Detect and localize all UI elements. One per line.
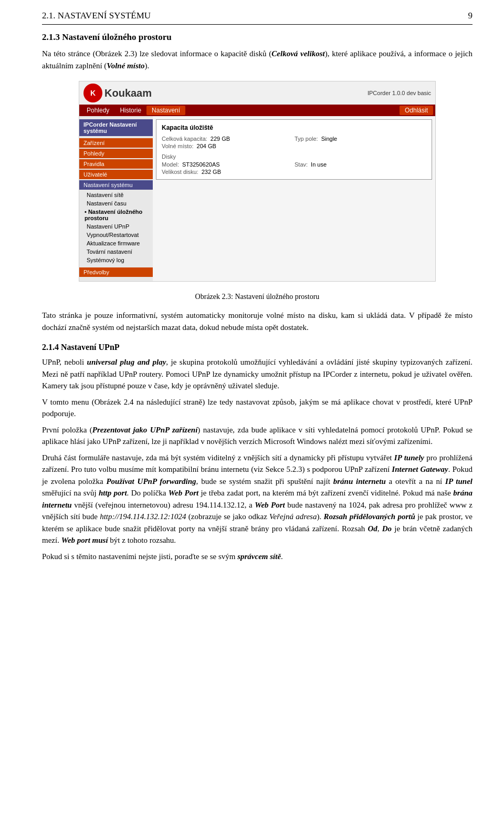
sidebar-uzivatele[interactable]: Uživatelé xyxy=(79,170,153,179)
disk-section: Disky Model: ST3250620AS Stav: In use xyxy=(162,153,426,175)
sidebar-main-title: IPCorder Nastavení systému xyxy=(79,119,153,136)
section-2-1-4-para1: UPnP, neboli universal plug and play, je… xyxy=(42,356,472,392)
app-logo: K Koukaam xyxy=(83,84,152,102)
disky-label: Disky xyxy=(162,153,426,160)
sidebar-pohledy[interactable]: Pohledy xyxy=(79,149,153,158)
sidebar-nastaveni-systemu[interactable]: Nastavení systému xyxy=(79,180,153,190)
sidebar-vypnout-restartovat[interactable]: Vypnout/Restartovat xyxy=(79,231,153,239)
logo-icon: K xyxy=(83,84,102,102)
disk-grid: Model: ST3250620AS Stav: In use Velikost… xyxy=(162,161,426,175)
sidebar-pravidla[interactable]: Pravidla xyxy=(79,159,153,169)
model-label: Model: xyxy=(162,161,179,168)
typ-value: Single xyxy=(321,136,338,142)
sidebar-zarizeni[interactable]: Zařízení xyxy=(79,138,153,148)
sidebar-nastaveni-uloziste[interactable]: Nastavení úložného prostoru xyxy=(79,208,153,222)
section-2-1-4-title: 2.1.4 Nastavení UPnP xyxy=(42,343,472,352)
app-navbar: Pohledy Historie Nastavení Odhlásit xyxy=(79,105,435,116)
logout-button[interactable]: Odhlásit xyxy=(400,106,433,115)
typ-label: Typ pole: xyxy=(295,136,318,142)
velikost-row: Velikost disku: 232 GB xyxy=(162,169,293,175)
sidebar-aktualizace-firmware[interactable]: Aktualizace firmware xyxy=(79,239,153,247)
logo-text: Koukaam xyxy=(104,87,152,99)
sidebar-systemovy-log[interactable]: Systémový log xyxy=(79,256,153,264)
section-2-1-3-title: 2.1.3 Nastavení úložného prostoru xyxy=(42,32,472,43)
figure-caption: Obrázek 2.3: Nastavení úložného prostoru xyxy=(42,291,472,302)
sidebar-tovarni-nastaveni[interactable]: Tovární nastavení xyxy=(79,247,153,256)
volne-label: Volné místo: xyxy=(162,143,194,149)
content-box: Kapacita úložiště Celková kapacita: 229 … xyxy=(156,119,432,180)
section-2-1-4-para4: Druhá část formuláře nastavuje, zda má b… xyxy=(42,452,472,546)
volne-row: Volné místo: 204 GB xyxy=(162,143,293,149)
content-title: Kapacita úložiště xyxy=(162,124,426,131)
sidebar-nastaveni-upnp[interactable]: Nastavení UPnP xyxy=(79,222,153,231)
nav-nastaveni[interactable]: Nastavení xyxy=(146,106,185,115)
app-screenshot: K Koukaam IPCorder 1.0.0 dev basic Pohle… xyxy=(79,81,436,282)
stav-label: Stav: xyxy=(295,161,308,168)
celkova-row: Celková kapacita: 229 GB xyxy=(162,136,293,142)
celkova-label: Celková kapacita: xyxy=(162,136,207,142)
model-value: ST3250620AS xyxy=(182,161,220,168)
app-version: IPCorder 1.0.0 dev basic xyxy=(368,90,431,96)
section-2-1-4-para2: V tomto menu (Obrázek 2.4 na následující… xyxy=(42,396,472,420)
nav-pohledy[interactable]: Pohledy xyxy=(81,106,114,115)
stav-value: In use xyxy=(311,161,327,168)
sidebar-predvolby[interactable]: Předvolby xyxy=(79,267,153,277)
model-row: Model: ST3250620AS xyxy=(162,161,293,168)
velikost-label: Velikost disku: xyxy=(162,169,198,175)
nav-historie[interactable]: Historie xyxy=(114,106,146,115)
section-2-1-3-intro-para: Na této stránce (Obrázek 2.3) lze sledov… xyxy=(42,48,472,71)
volne-value: 204 GB xyxy=(197,143,216,149)
app-body: IPCorder Nastavení systému Zařízení Pohl… xyxy=(79,116,435,281)
stav-row: Stav: In use xyxy=(295,161,426,168)
chapter-heading: 2.1. NASTAVENÍ SYSTÉMU xyxy=(42,11,151,21)
section-2-1-4-para5: Pokud si s těmito nastaveními nejste jis… xyxy=(42,551,472,563)
typ-row: Typ pole: Single xyxy=(295,136,426,142)
capacity-info-grid: Celková kapacita: 229 GB Typ pole: Singl… xyxy=(162,136,426,149)
section-2-1-4-para3: První položka (Prezentovat jako UPnP zař… xyxy=(42,424,472,448)
velikost-value: 232 GB xyxy=(202,169,221,175)
section-2-1-3-para1: Tato stránka je pouze informativní, syst… xyxy=(42,309,472,333)
sidebar: IPCorder Nastavení systému Zařízení Pohl… xyxy=(79,116,153,281)
app-topbar: K Koukaam IPCorder 1.0.0 dev basic xyxy=(79,81,435,105)
main-content: Kapacita úložiště Celková kapacita: 229 … xyxy=(153,116,435,281)
celkova-value: 229 GB xyxy=(211,136,230,142)
sidebar-nastaveni-site[interactable]: Nastavení sítě xyxy=(79,191,153,199)
sidebar-nastaveni-casu[interactable]: Nastavení času xyxy=(79,199,153,208)
page-number: 9 xyxy=(468,11,473,21)
